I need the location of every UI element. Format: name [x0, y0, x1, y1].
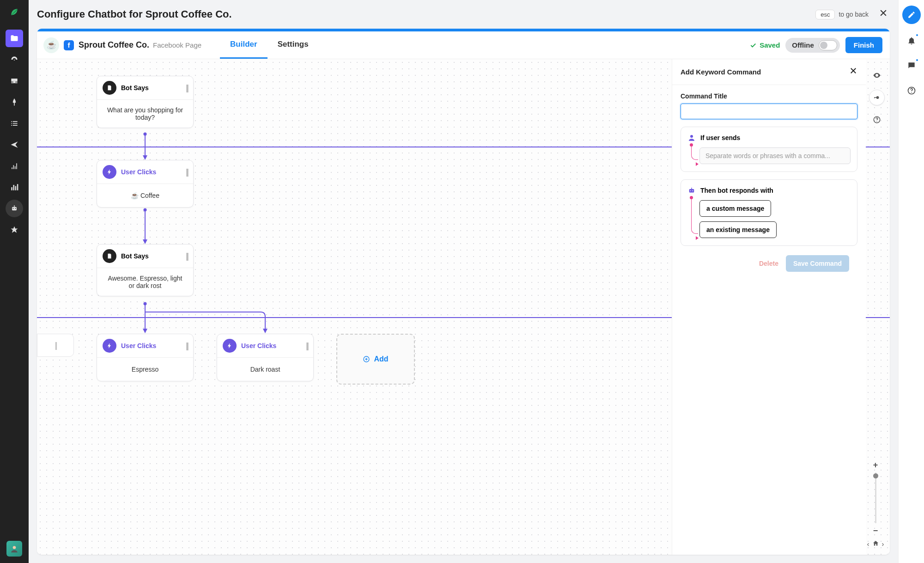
if-user-sends-label: If user sends: [700, 134, 740, 141]
esc-key-hint: esc: [815, 10, 835, 19]
nav-home-icon[interactable]: [872, 540, 879, 548]
then-responds-label: Then bot responds with: [700, 187, 773, 194]
nav-pin-icon[interactable]: [6, 93, 23, 111]
zoom-in-button[interactable]: +: [870, 459, 881, 471]
svg-point-2: [15, 208, 16, 209]
help-icon[interactable]: [903, 82, 920, 99]
drag-handle-icon[interactable]: ||: [186, 83, 188, 93]
node-bot-says-2[interactable]: Bot Says || Awesome. Espresso, light or …: [97, 244, 194, 296]
svg-point-21: [692, 190, 693, 191]
svg-marker-13: [143, 329, 147, 333]
svg-point-24: [911, 92, 912, 93]
nav-dashboard-icon[interactable]: [6, 51, 23, 68]
bolt-icon: [223, 339, 237, 353]
svg-rect-22: [691, 188, 692, 189]
notifications-icon[interactable]: [903, 32, 920, 49]
svg-point-9: [144, 208, 147, 212]
nav-star-icon[interactable]: [6, 221, 23, 239]
svg-rect-3: [14, 205, 15, 207]
bot-icon: [687, 186, 696, 195]
nav-folder-icon[interactable]: [6, 30, 23, 47]
drag-handle-icon[interactable]: ||: [55, 341, 56, 350]
saved-status: Saved: [749, 41, 780, 49]
brand-chip-icon: ☕: [43, 37, 59, 53]
node-title: User Clicks: [121, 342, 156, 349]
main-area: Configure Chatbot for Sprout Coffee Co. …: [29, 0, 898, 563]
user-icon: [687, 134, 696, 142]
svg-point-1: [12, 208, 13, 209]
compose-button[interactable]: [902, 6, 921, 24]
command-title-label: Command Title: [681, 92, 857, 100]
tab-builder[interactable]: Builder: [220, 31, 267, 59]
svg-rect-19: [689, 189, 694, 193]
node-body: What are you shopping for today?: [97, 100, 193, 128]
canvas-tools: [869, 67, 885, 128]
option-custom-message[interactable]: a custom message: [699, 200, 771, 217]
close-button[interactable]: [877, 6, 890, 22]
add-keyword-panel: Add Keyword Command Command Title: [672, 59, 866, 555]
go-back-hint: to go back: [839, 11, 869, 18]
node-body: Dark roast: [217, 358, 313, 381]
drag-handle-icon[interactable]: ||: [186, 167, 188, 177]
svg-marker-14: [263, 329, 267, 333]
page-header: Configure Chatbot for Sprout Coffee Co. …: [29, 0, 898, 29]
nav-bot-icon[interactable]: [6, 200, 23, 217]
command-title-input[interactable]: [681, 104, 857, 119]
preview-eye-icon[interactable]: [869, 67, 885, 83]
nav-analytics-icon[interactable]: [6, 157, 23, 175]
key-icon[interactable]: [869, 90, 885, 105]
builder-card: ☕ f Sprout Coffee Co. Facebook Page Buil…: [37, 29, 890, 555]
finish-button[interactable]: Finish: [845, 37, 882, 53]
page-title: Configure Chatbot for Sprout Coffee Co.: [37, 8, 815, 20]
keywords-input[interactable]: Separate words or phrases with a comma..…: [699, 147, 851, 164]
left-nav-rail: [0, 0, 29, 563]
bolt-icon: [103, 339, 116, 353]
save-command-button[interactable]: Save Command: [786, 255, 849, 272]
help-icon[interactable]: [869, 112, 885, 128]
nav-left-icon[interactable]: ‹: [867, 540, 869, 548]
node-body: ☕ Coffee: [97, 184, 193, 207]
brand-name: Sprout Coffee Co.: [79, 40, 149, 50]
nav-inbox-icon[interactable]: [6, 72, 23, 90]
node-bot-says-1[interactable]: Bot Says || What are you shopping for to…: [97, 76, 194, 128]
nav-send-icon[interactable]: [6, 136, 23, 153]
if-user-sends-box: If user sends Separate words or phrases …: [681, 127, 857, 172]
zoom-out-button[interactable]: −: [870, 525, 881, 536]
toggle-track[interactable]: [819, 40, 837, 50]
drag-handle-icon[interactable]: ||: [186, 341, 188, 351]
nav-right-icon[interactable]: ›: [882, 540, 884, 548]
node-user-clicks-espresso[interactable]: User Clicks || Espresso: [97, 334, 194, 381]
svg-point-18: [690, 135, 693, 138]
svg-marker-7: [143, 155, 147, 160]
document-icon: [103, 81, 116, 95]
node-title: Bot Says: [121, 252, 149, 260]
drag-handle-icon[interactable]: ||: [306, 341, 308, 351]
tab-settings[interactable]: Settings: [267, 31, 319, 59]
option-existing-message[interactable]: an existing message: [699, 221, 777, 238]
notification-badge: [915, 58, 919, 62]
zoom-slider[interactable]: [875, 472, 876, 523]
add-label: Add: [374, 355, 388, 363]
svg-point-11: [144, 302, 147, 306]
facebook-icon: f: [64, 40, 74, 50]
drag-handle-icon[interactable]: ||: [186, 251, 188, 261]
nav-bars-icon[interactable]: [6, 178, 23, 196]
delete-command-button[interactable]: Delete: [757, 255, 780, 272]
panel-close-button[interactable]: [849, 67, 857, 77]
node-user-clicks-coffee[interactable]: User Clicks || ☕ Coffee: [97, 160, 194, 208]
node-title: Bot Says: [121, 84, 149, 92]
nav-list-icon[interactable]: [6, 115, 23, 132]
svg-point-17: [876, 121, 877, 122]
node-offscreen-left[interactable]: ||: [37, 334, 74, 357]
user-avatar[interactable]: [6, 541, 22, 557]
online-toggle[interactable]: Offline: [785, 38, 840, 53]
connector-branch: [143, 302, 277, 334]
document-icon: [103, 249, 116, 263]
sprout-logo-icon[interactable]: [7, 5, 22, 19]
chat-icon[interactable]: [903, 57, 920, 74]
add-node-placeholder[interactable]: Add: [336, 334, 415, 385]
node-title: User Clicks: [121, 168, 156, 176]
node-body: Espresso: [97, 358, 193, 381]
node-user-clicks-dark-roast[interactable]: User Clicks || Dark roast: [217, 334, 314, 381]
tabs: Builder Settings: [220, 31, 319, 59]
